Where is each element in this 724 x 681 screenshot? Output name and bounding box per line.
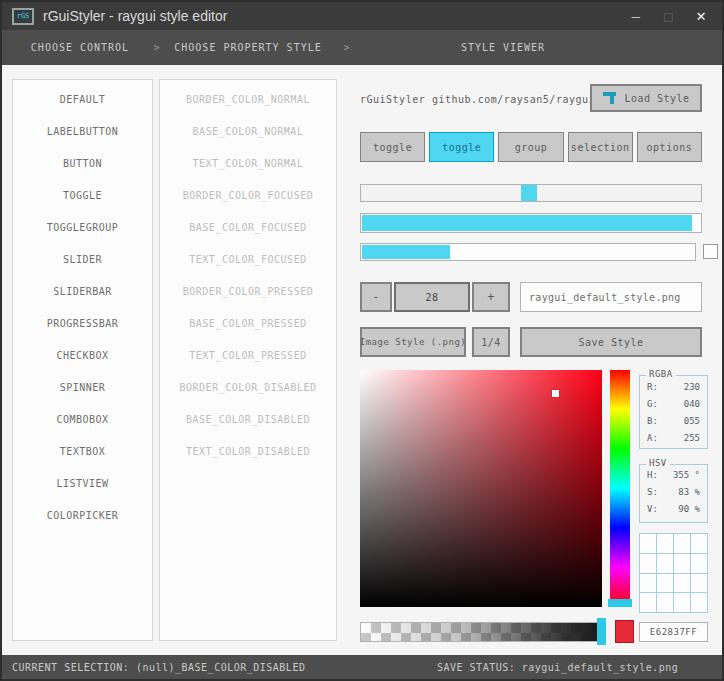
list-item-colorpicker[interactable]: COLORPICKER xyxy=(13,499,152,531)
properties-listview[interactable]: BORDER_COLOR_NORMAL BASE_COLOR_NORMAL TE… xyxy=(159,79,337,641)
toggle-item-3[interactable]: selection xyxy=(568,132,633,162)
rgba-value-b: 055 xyxy=(684,413,700,430)
hue-bar[interactable] xyxy=(610,370,630,607)
list-item-button[interactable]: BUTTON xyxy=(13,147,152,179)
spinner-minus-button[interactable]: - xyxy=(360,282,392,312)
list-item-checkbox[interactable]: CHECKBOX xyxy=(13,339,152,371)
toggle-item-1-active[interactable]: toggle xyxy=(429,132,494,162)
palette-cell[interactable] xyxy=(657,554,674,574)
ratio-button[interactable]: 1/4 xyxy=(472,327,510,357)
rgba-groupbox: RGBA R: 230 G: 040 B: 055 A: 255 xyxy=(639,375,708,449)
palette-cell[interactable] xyxy=(691,534,708,554)
maximize-icon[interactable]: □ xyxy=(664,9,672,23)
hsv-value-s: 83 % xyxy=(678,484,700,501)
palette-cell[interactable] xyxy=(640,593,657,613)
list-item-combobox[interactable]: COMBOBOX xyxy=(13,403,152,435)
titlebar: rGS rGuiStyler - raygui style editor — □… xyxy=(2,2,722,30)
palette-cell[interactable] xyxy=(691,574,708,594)
chevron-right-icon: > xyxy=(340,30,354,65)
list-item-text-color-pressed[interactable]: TEXT_COLOR_PRESSED xyxy=(160,339,336,371)
list-item-base-color-disabled[interactable]: BASE_COLOR_DISABLED xyxy=(160,403,336,435)
palette-cell[interactable] xyxy=(674,593,691,613)
save-style-button[interactable]: Save Style xyxy=(520,327,702,357)
spinner-value[interactable]: 28 xyxy=(394,282,470,312)
palette-cell[interactable] xyxy=(640,534,657,554)
list-item-base-color-normal[interactable]: BASE_COLOR_NORMAL xyxy=(160,115,336,147)
hsv-value-v: 90 % xyxy=(678,501,700,518)
list-item-text-color-normal[interactable]: TEXT_COLOR_NORMAL xyxy=(160,147,336,179)
rgba-label-a: A: xyxy=(647,430,658,447)
hsv-groupbox: HSV H: 355 ° S: 83 % V: 90 % xyxy=(639,464,708,523)
demo-sliderbar[interactable] xyxy=(360,213,702,233)
palette-cell[interactable] xyxy=(691,593,708,613)
load-style-button[interactable]: Load Style xyxy=(590,84,702,112)
minimize-icon[interactable]: — xyxy=(631,9,639,23)
toggle-item-2[interactable]: group xyxy=(498,132,563,162)
palette-cell[interactable] xyxy=(691,554,708,574)
image-style-button[interactable]: Image Style (.png) xyxy=(360,327,466,357)
hue-handle[interactable] xyxy=(608,599,632,607)
palette-cell[interactable] xyxy=(674,554,691,574)
controls-listview[interactable]: DEFAULT LABELBUTTON BUTTON TOGGLE TOGGLE… xyxy=(12,79,153,641)
rgba-value-a: 255 xyxy=(684,430,700,447)
palette-cell[interactable] xyxy=(674,574,691,594)
palette-cell[interactable] xyxy=(640,574,657,594)
color-panel-cursor[interactable] xyxy=(552,390,559,397)
list-item-toggle[interactable]: TOGGLE xyxy=(13,179,152,211)
list-item-sliderbar[interactable]: SLIDERBAR xyxy=(13,275,152,307)
toggle-item-4[interactable]: options xyxy=(637,132,702,162)
list-item-border-color-pressed[interactable]: BORDER_COLOR_PRESSED xyxy=(160,275,336,307)
palette-cell[interactable] xyxy=(674,534,691,554)
repo-link[interactable]: github.com/raysan5/raygui xyxy=(432,94,595,105)
hex-value-textbox[interactable]: E62837FF xyxy=(639,622,708,642)
current-selection-status: CURRENT SELECTION: (null)_BASE_COLOR_DIS… xyxy=(12,655,305,679)
list-item-text-color-disabled[interactable]: TEXT_COLOR_DISABLED xyxy=(160,435,336,467)
demo-progressbar[interactable] xyxy=(360,243,696,261)
list-item-labelbutton[interactable]: LABELBUTTON xyxy=(13,115,152,147)
list-item-listview[interactable]: LISTVIEW xyxy=(13,467,152,499)
alpha-gradient-overlay xyxy=(361,623,601,641)
toggle-item-0[interactable]: toggle xyxy=(360,132,425,162)
window-controls: — □ ✕ xyxy=(631,8,712,24)
alpha-bar[interactable] xyxy=(360,622,602,642)
palette-cell[interactable] xyxy=(657,593,674,613)
section-choose-property-style: CHOOSE PROPERTY STYLE xyxy=(166,30,330,65)
list-item-textbox[interactable]: TEXTBOX xyxy=(13,435,152,467)
sliderbar-fill xyxy=(362,215,692,231)
list-item-border-color-normal[interactable]: BORDER_COLOR_NORMAL xyxy=(160,83,336,115)
list-item-spinner[interactable]: SPINNER xyxy=(13,371,152,403)
list-item-slider[interactable]: SLIDER xyxy=(13,243,152,275)
save-status: SAVE STATUS: raygui_default_style.png xyxy=(437,655,678,679)
color-palette-grid xyxy=(639,533,708,613)
style-brush-icon xyxy=(602,91,617,105)
filename-textbox[interactable]: raygui_default_style.png xyxy=(520,282,702,312)
rgba-label-g: G: xyxy=(647,396,658,413)
hsv-row-v: V: 90 % xyxy=(640,501,707,518)
window-title: rGuiStyler - raygui style editor xyxy=(43,8,227,24)
palette-cell[interactable] xyxy=(640,554,657,574)
list-item-text-color-focused[interactable]: TEXT_COLOR_FOCUSED xyxy=(160,243,336,275)
demo-checkbox[interactable] xyxy=(703,244,718,259)
app-logo-icon: rGS xyxy=(12,8,34,25)
list-item-togglegroup[interactable]: TOGGLEGROUP xyxy=(13,211,152,243)
list-item-border-color-focused[interactable]: BORDER_COLOR_FOCUSED xyxy=(160,179,336,211)
rgba-value-g: 040 xyxy=(684,396,700,413)
spinner-plus-button[interactable]: + xyxy=(472,282,510,312)
color-panel[interactable] xyxy=(360,370,602,607)
list-item-default[interactable]: DEFAULT xyxy=(13,83,152,115)
hsv-label-s: S: xyxy=(647,484,658,501)
toggle-group: toggle toggle group selection options xyxy=(360,132,702,162)
palette-cell[interactable] xyxy=(657,574,674,594)
progressbar-fill xyxy=(362,245,450,259)
selected-color-swatch xyxy=(615,620,634,643)
slider-handle[interactable] xyxy=(521,185,537,201)
list-item-base-color-focused[interactable]: BASE_COLOR_FOCUSED xyxy=(160,211,336,243)
list-item-progressbar[interactable]: PROGRESSBAR xyxy=(13,307,152,339)
demo-slider[interactable] xyxy=(360,184,702,202)
list-item-border-color-disabled[interactable]: BORDER_COLOR_DISABLED xyxy=(160,371,336,403)
close-icon[interactable]: ✕ xyxy=(696,8,706,24)
palette-cell[interactable] xyxy=(657,534,674,554)
list-item-base-color-pressed[interactable]: BASE_COLOR_PRESSED xyxy=(160,307,336,339)
section-choose-control: CHOOSE CONTROL xyxy=(10,30,150,65)
alpha-handle[interactable] xyxy=(597,618,606,645)
